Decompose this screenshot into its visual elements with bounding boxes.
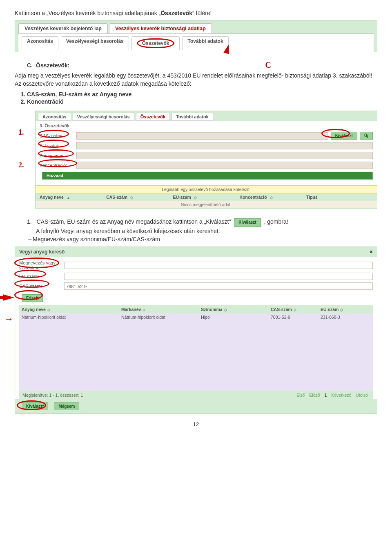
row-konc: Koncentráció: bbox=[36, 160, 377, 170]
th-eu[interactable]: EU-szám◇ bbox=[321, 307, 370, 312]
ss2-tab-osszetevok[interactable]: Összetevők bbox=[136, 113, 170, 121]
tab-bejelento-lap[interactable]: Veszélyes keverék bejelentő lap bbox=[18, 23, 108, 33]
hozzaad-button[interactable]: Hozzáad bbox=[42, 172, 373, 180]
input-konc[interactable] bbox=[76, 162, 373, 169]
sort-icon: ◇ bbox=[224, 308, 227, 312]
footer-kivalaszt-button[interactable]: Kiválaszt bbox=[22, 402, 48, 410]
annotation-1: 1. bbox=[18, 128, 24, 137]
close-icon[interactable]: ✖ bbox=[370, 249, 373, 255]
ss2-tab-veszelyessegi[interactable]: Veszélyességi besorolás bbox=[73, 113, 134, 121]
list-item-1: CAS-szám, EU-szám és az Anyag neve bbox=[27, 91, 377, 98]
frissit-row: Frissít bbox=[19, 294, 373, 302]
cell-cas: 7681-52-9 bbox=[271, 315, 321, 320]
cell-anyag: Nátrium-hipoklorit oldat bbox=[22, 315, 121, 320]
section-letter: C. bbox=[27, 62, 33, 69]
label-konc: Koncentráció: bbox=[40, 163, 76, 168]
tab-biztonsagi-adatlap[interactable]: Veszélyes keverék biztonsági adatlap bbox=[109, 23, 212, 33]
ss2-tab-row: Azonosítás Veszélyességi besorolás Össze… bbox=[36, 111, 377, 121]
hdr-cas[interactable]: CAS-szám ◇ bbox=[106, 195, 173, 200]
no-data-row: Nincs megjeleníthető adat. bbox=[36, 201, 377, 208]
uj-button[interactable]: Új bbox=[360, 132, 373, 140]
intro-pre: Kattintson a „Veszélyes keverék biztonsá… bbox=[15, 10, 160, 16]
section-c-heading: C. Összetevők: C bbox=[27, 62, 377, 69]
label-cas: CAS-szám: bbox=[40, 133, 76, 138]
kivalaszt-button[interactable]: Kiválaszt bbox=[331, 132, 357, 140]
sort-icon: ◇ bbox=[47, 308, 50, 312]
subtab-azonositas[interactable]: Azonosítás bbox=[22, 36, 58, 50]
row-megnevezes: Megnevezés vagy szinonima: bbox=[19, 259, 373, 271]
subtab-osszetevok[interactable]: Összetevők bbox=[131, 36, 180, 50]
form-screenshot: 1. 2. Azonosítás Veszélyességi besorolás… bbox=[35, 111, 377, 209]
nav-prev[interactable]: Előző bbox=[309, 393, 320, 398]
dialog-body: Megnevezés vagy szinonima: EU-szám: CAS-… bbox=[15, 257, 377, 399]
nav-first[interactable]: Első bbox=[296, 393, 305, 398]
row-eu: EU-szám: bbox=[36, 141, 377, 151]
input-megnevezes[interactable] bbox=[64, 262, 373, 269]
label-anyag: Anyag neve: bbox=[40, 153, 76, 158]
label-eu: EU-szám: bbox=[40, 143, 76, 148]
intro-emph: Összetevők bbox=[160, 10, 192, 16]
instr1-line3: →Megnevezés vagy szinonima/EU-szám/CAS-s… bbox=[27, 236, 160, 242]
instr1-line2a: A felnyíló bbox=[36, 228, 61, 234]
input-cas-search[interactable]: 7681-52-9 bbox=[64, 282, 373, 290]
sort-icon: ▲ bbox=[67, 196, 70, 200]
th-cas[interactable]: CAS-szám◇ bbox=[271, 307, 321, 312]
nav-page: 1 bbox=[325, 393, 327, 398]
th-anyag[interactable]: Anyag neve◇ bbox=[22, 307, 121, 312]
dialog-title: Vegyi anyag kereső bbox=[19, 249, 65, 255]
instr1-kiv: Kiválaszt bbox=[206, 218, 229, 225]
frissit-button[interactable]: Frissít bbox=[22, 294, 43, 302]
sort-icon: ◇ bbox=[270, 196, 273, 200]
th-szinonima[interactable]: Szinonima◇ bbox=[201, 307, 271, 312]
warning-bar: Legalább egy összetevő hozzáadása kötele… bbox=[36, 185, 377, 193]
section-c-para: Adja meg a veszélyes keverék legalább eg… bbox=[15, 72, 377, 88]
ss2-tab-tovabbi[interactable]: További adatok bbox=[172, 113, 213, 121]
nav-last[interactable]: Utolsó bbox=[356, 393, 368, 398]
label-cas-search: CAS-szám: bbox=[19, 284, 64, 289]
subtab-tovabbi[interactable]: További adatok bbox=[182, 36, 228, 50]
sort-icon: ◇ bbox=[143, 308, 145, 312]
row-cas-search: CAS-szám: 7681-52-9 bbox=[19, 281, 373, 291]
red-arrow-icon bbox=[3, 294, 14, 301]
sub-tab-row: Azonosítás Veszélyességi besorolás Össze… bbox=[18, 33, 374, 52]
tabs-panel-screenshot: Veszélyes keverék bejelentő lap Veszélye… bbox=[15, 20, 377, 52]
sort-icon: ◇ bbox=[294, 308, 296, 312]
input-anyag[interactable] bbox=[76, 152, 373, 159]
sort-icon: ◇ bbox=[340, 308, 343, 312]
main-tab-row: Veszélyes keverék bejelentő lap Veszélye… bbox=[18, 23, 374, 33]
ss2-section-title: 3. Összetevők bbox=[36, 121, 377, 131]
table-header-row: Anyag neve ▲ CAS-szám ◇ EU-szám ◇ Koncen… bbox=[36, 193, 377, 201]
instr1-mid: megadásához kattintson a „ bbox=[134, 218, 206, 225]
inline-kivalaszt-button[interactable]: Kiválaszt bbox=[234, 218, 261, 227]
nav-next[interactable]: Következő bbox=[331, 393, 351, 398]
section-title: Összetevők: bbox=[36, 62, 69, 69]
input-cas[interactable] bbox=[76, 132, 328, 140]
page-number: 12 bbox=[15, 421, 377, 427]
table-row[interactable]: Nátrium-hipoklorit oldat Nátrium-hipoklo… bbox=[19, 313, 373, 321]
hdr-konc[interactable]: Koncentráció ◇ bbox=[240, 195, 306, 200]
row-anyag: Anyag neve: bbox=[36, 151, 377, 160]
required-fields-list: CAS-szám, EU-szám és az Anyag neve Konce… bbox=[27, 91, 377, 105]
intro-text: Kattintson a „Veszélyes keverék biztonsá… bbox=[15, 10, 377, 16]
instr1-line2c: a következő kifejezések után kereshet: bbox=[120, 228, 220, 234]
hdr-tipus[interactable]: Típus bbox=[306, 195, 373, 200]
sort-icon: ◇ bbox=[130, 196, 133, 200]
osszetevok-highlight-circle: Összetevők bbox=[137, 38, 175, 48]
ss2-tab-azonositas[interactable]: Azonosítás bbox=[38, 113, 71, 121]
input-eu-search[interactable] bbox=[64, 273, 373, 280]
annotation-2: 2. bbox=[18, 161, 24, 169]
list-item-2: Koncentráció bbox=[27, 98, 377, 105]
dialog-footer: Kiválaszt Mégsem bbox=[15, 399, 377, 413]
hdr-anyag[interactable]: Anyag neve ▲ bbox=[40, 195, 106, 200]
hdr-eu[interactable]: EU-szám ◇ bbox=[173, 195, 239, 200]
annotation-c-icon: C bbox=[265, 60, 271, 70]
thin-arrow-icon: → bbox=[4, 314, 13, 324]
subtab-veszelyessegi[interactable]: Veszélyességi besorolás bbox=[61, 36, 129, 50]
input-eu[interactable] bbox=[76, 142, 373, 149]
search-dialog: Vegyi anyag kereső ✖ Megnevezés vagy szi… bbox=[15, 247, 377, 414]
footer-count: Megjelenítve: 1 - 1, összesen: 1 bbox=[22, 393, 83, 398]
th-markanev[interactable]: Márkanév◇ bbox=[121, 307, 201, 312]
row-cas: CAS-szám: Kiválaszt Új bbox=[36, 131, 377, 141]
footer-megsem-button[interactable]: Mégsem bbox=[54, 402, 79, 410]
result-table-body: Nátrium-hipoklorit oldat Nátrium-hipoklo… bbox=[19, 313, 373, 391]
